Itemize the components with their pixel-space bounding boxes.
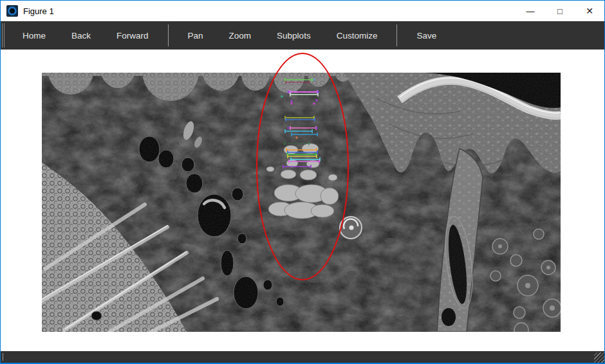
customize-button[interactable]: Customize — [328, 24, 387, 47]
toolbar-grip-handle[interactable] — [2, 23, 5, 48]
resize-grip[interactable] — [594, 352, 604, 363]
status-bar — [1, 351, 604, 363]
maximize-button[interactable]: □ — [545, 1, 575, 21]
toolbar-separator — [168, 24, 169, 46]
toolbar: Home Back Forward Pan Zoom Subplots Cust… — [1, 21, 604, 50]
zoom-button[interactable]: Zoom — [220, 24, 261, 47]
subplots-button[interactable]: Subplots — [268, 24, 320, 47]
home-button[interactable]: Home — [14, 24, 55, 47]
save-button[interactable]: Save — [407, 24, 445, 47]
minimize-button[interactable]: — — [516, 1, 545, 21]
pan-button[interactable]: Pan — [179, 24, 212, 47]
window-controls: — □ ✕ — [516, 1, 604, 21]
figure-window: Figure 1 — □ ✕ Home Back Forward Pan Zoo… — [0, 0, 605, 364]
forward-button[interactable]: Forward — [107, 24, 158, 47]
histology-image — [42, 73, 561, 332]
toolbar-separator — [396, 24, 397, 46]
matplotlib-icon — [6, 5, 18, 17]
close-button[interactable]: ✕ — [575, 1, 604, 21]
back-button[interactable]: Back — [62, 24, 100, 47]
title-bar: Figure 1 — □ ✕ — [1, 1, 604, 21]
window-title: Figure 1 — [23, 6, 54, 16]
statusbar-grip-handle[interactable] — [3, 353, 4, 361]
